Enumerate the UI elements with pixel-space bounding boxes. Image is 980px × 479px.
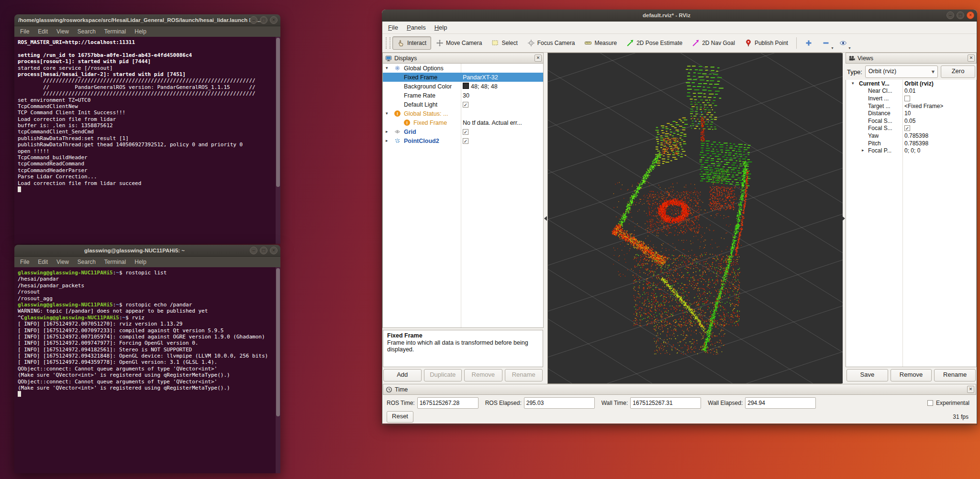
rename-button[interactable]: Rename: [934, 369, 976, 381]
minimize-button[interactable]: –: [250, 16, 257, 24]
scrollbar[interactable]: [276, 37, 280, 244]
displays-row-frame-rate[interactable]: Frame Rate30: [383, 91, 543, 100]
displays-row-pointcloud2[interactable]: ▸PointCloud2✓: [383, 136, 543, 145]
terminal-output[interactable]: ROS_MASTER_URI=http://localhost:11311 se…: [14, 37, 276, 244]
menu-file[interactable]: File: [388, 24, 398, 31]
tool-interact-button[interactable]: Interact: [392, 36, 431, 50]
titlebar[interactable]: glasswing@glasswing-NUC11PAHi5: ~ – □ ×: [14, 245, 280, 257]
displays-row-global-options[interactable]: ▾Global Options: [383, 64, 543, 73]
terminal1-menu-help[interactable]: Help: [134, 28, 146, 35]
views-row-near-cl-[interactable]: Near Cl...0.01: [846, 87, 976, 95]
views-row-focal-s-[interactable]: Focal S...✓: [846, 125, 976, 132]
titlebar[interactable]: /home/glasswing/rosworkspace/src/HesaiLi…: [14, 14, 280, 26]
tool-focus-camera-button[interactable]: Focus Camera: [523, 36, 580, 50]
terminal1-menu-search[interactable]: Search: [78, 28, 96, 35]
tool-2d-pose-estimate-button[interactable]: 2D Pose Estimate: [622, 36, 687, 50]
close-button[interactable]: ×: [967, 11, 974, 19]
displays-row-default-light[interactable]: Default Light✓: [383, 100, 543, 109]
pointcloud-canvas[interactable]: [548, 53, 843, 383]
tree-expand-icon[interactable]: ▾: [386, 65, 388, 70]
views-row-target-[interactable]: Target ...<Fixed Frame>: [846, 102, 976, 110]
scrollbar-thumb[interactable]: [276, 38, 280, 187]
toolbar-grip[interactable]: [386, 37, 390, 49]
displays-row-global-status-[interactable]: ▾!Global Status: ...: [383, 109, 543, 118]
remove-button[interactable]: Remove: [891, 369, 932, 381]
terminal1-menu-edit[interactable]: Edit: [38, 28, 48, 35]
terminal2-menu-terminal[interactable]: Terminal: [104, 259, 126, 265]
scrollbar[interactable]: [276, 267, 280, 473]
tool-2d-nav-goal-button[interactable]: 2D Nav Goal: [687, 36, 740, 50]
close-button[interactable]: ×: [270, 247, 278, 254]
ros-elapsed-input[interactable]: [524, 397, 595, 409]
terminal1-menu-view[interactable]: View: [56, 28, 69, 35]
collapse-left-icon[interactable]: [544, 216, 547, 221]
views-row-focal-s-[interactable]: Focal S...0.05: [846, 117, 976, 125]
minimize-button[interactable]: –: [250, 247, 257, 254]
minimize-button[interactable]: –: [947, 11, 954, 19]
menu-panels[interactable]: Panels: [407, 24, 426, 31]
displays-row-fixed-frame[interactable]: Fixed FramePandarXT-32: [383, 73, 543, 82]
maximize-button[interactable]: □: [957, 11, 964, 19]
views-row-invert-[interactable]: Invert ...: [846, 95, 976, 102]
add-button[interactable]: Add: [383, 369, 422, 381]
close-icon[interactable]: ✕: [968, 54, 975, 62]
duplicate-button[interactable]: Duplicate: [424, 369, 462, 381]
dropdown-arrow-icon[interactable]: ▼: [831, 46, 834, 50]
terminal2-menu-file[interactable]: File: [20, 259, 29, 265]
save-button[interactable]: Save: [846, 369, 888, 381]
displays-row-grid[interactable]: ▸Grid✓: [383, 127, 543, 136]
tool-minus-button[interactable]: ▼: [817, 36, 835, 50]
tool-publish-point-button[interactable]: Publish Point: [740, 36, 793, 50]
views-row-current-v-[interactable]: ▾Current V...Orbit (rviz): [846, 80, 976, 87]
ros-time-input[interactable]: [417, 397, 479, 409]
views-row-focal-p-[interactable]: ▸Focal P...0; 0; 0: [846, 147, 976, 154]
views-row-pitch[interactable]: Pitch0.785398: [846, 140, 976, 147]
experimental-checkbox[interactable]: [927, 400, 933, 406]
titlebar[interactable]: default.rviz* - RViz – □ ×: [382, 10, 977, 22]
tree-expand-icon[interactable]: ▾: [386, 111, 388, 116]
views-row-distance[interactable]: Distance10: [846, 109, 976, 117]
checkbox[interactable]: ✓: [463, 138, 468, 144]
3d-viewport[interactable]: [547, 53, 842, 384]
wall-elapsed-input[interactable]: [745, 397, 816, 409]
menu-help[interactable]: Help: [434, 24, 447, 31]
terminal1-menu-file[interactable]: File: [20, 28, 29, 35]
terminal2-menu-help[interactable]: Help: [134, 259, 146, 265]
time-actions-row: Reset 31 fps: [387, 411, 972, 423]
maximize-button[interactable]: □: [260, 16, 267, 24]
close-icon[interactable]: ✕: [535, 54, 542, 62]
checkbox[interactable]: ✓: [463, 102, 468, 108]
tree-collapse-icon[interactable]: ▸: [386, 138, 388, 143]
tool-select-button[interactable]: Select: [487, 36, 522, 50]
close-icon[interactable]: ✕: [967, 386, 974, 393]
maximize-button[interactable]: □: [260, 247, 267, 254]
left-splitter[interactable]: [544, 53, 547, 384]
view-type-dropdown[interactable]: Orbit (rviz): [865, 65, 938, 78]
wall-time-input[interactable]: [630, 397, 701, 409]
remove-button[interactable]: Remove: [464, 369, 502, 381]
zero-button[interactable]: Zero: [941, 65, 975, 78]
tool-measure-button[interactable]: Measure: [579, 36, 622, 50]
terminal2-menu-search[interactable]: Search: [78, 259, 96, 265]
tree-collapse-icon[interactable]: ▸: [386, 129, 388, 134]
scrollbar-thumb[interactable]: [276, 268, 280, 416]
checkbox[interactable]: ✓: [904, 125, 910, 131]
close-button[interactable]: ×: [270, 16, 278, 24]
terminal1-menu-terminal[interactable]: Terminal: [104, 28, 126, 35]
tool-move-camera-button[interactable]: Move Camera: [431, 36, 487, 50]
rename-button[interactable]: Rename: [505, 369, 543, 381]
terminal2-menu-view[interactable]: View: [56, 259, 69, 265]
reset-button[interactable]: Reset: [387, 411, 413, 423]
tool-plus-button[interactable]: [800, 36, 817, 50]
tool-eye-button[interactable]: ▼: [835, 36, 852, 50]
tree-expand-icon[interactable]: ▾: [852, 81, 854, 86]
dropdown-arrow-icon[interactable]: ▼: [848, 46, 851, 50]
checkbox[interactable]: [904, 96, 910, 101]
tree-collapse-icon[interactable]: ▸: [862, 148, 864, 152]
displays-row-background-color[interactable]: Background Color48; 48; 48: [383, 82, 543, 91]
checkbox[interactable]: ✓: [463, 129, 468, 135]
displays-row-fixed-frame[interactable]: !Fixed FrameNo tf data. Actual err...: [383, 118, 543, 127]
views-row-yaw[interactable]: Yaw0.785398: [846, 132, 976, 140]
terminal-output[interactable]: glasswing@glasswing-NUC11PAHi5:~$ rostop…: [14, 267, 276, 473]
terminal2-menu-edit[interactable]: Edit: [38, 259, 48, 265]
